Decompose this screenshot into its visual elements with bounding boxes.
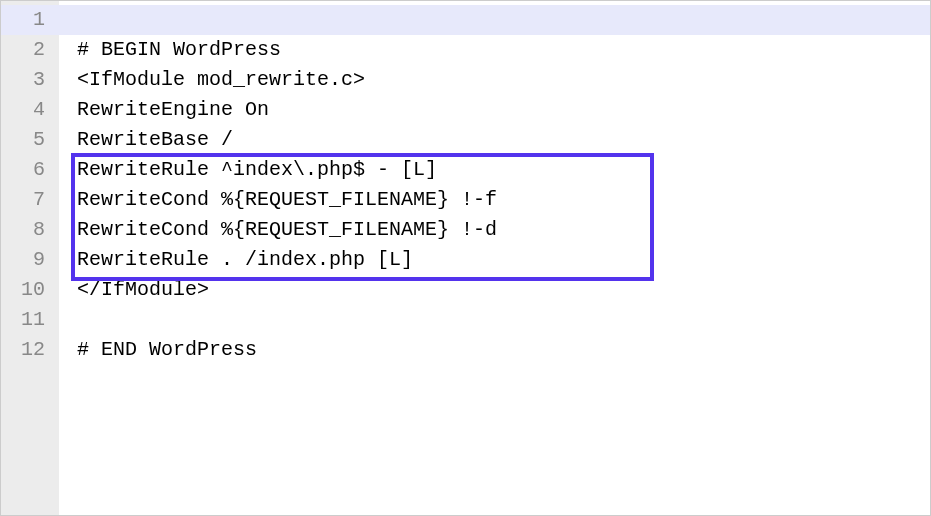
line-number: 5 <box>1 125 59 155</box>
line-number: 6 <box>1 155 59 185</box>
line-number-gutter: 1 2 3 4 5 6 7 8 9 10 11 12 <box>1 1 59 515</box>
code-line[interactable]: </IfModule> <box>77 275 930 305</box>
code-line[interactable]: # END WordPress <box>77 335 930 365</box>
line-number: 4 <box>1 95 59 125</box>
code-line[interactable]: <IfModule mod_rewrite.c> <box>77 65 930 95</box>
line-number: 1 <box>1 5 59 35</box>
line-number: 9 <box>1 245 59 275</box>
code-area[interactable]: # BEGIN WordPress <IfModule mod_rewrite.… <box>59 1 930 515</box>
line-number: 12 <box>1 335 59 365</box>
code-line[interactable]: RewriteCond %{REQUEST_FILENAME} !-d <box>77 215 930 245</box>
code-line[interactable] <box>77 305 930 335</box>
line-number: 7 <box>1 185 59 215</box>
code-line[interactable]: RewriteRule ^index\.php$ - [L] <box>77 155 930 185</box>
code-line[interactable] <box>77 5 930 35</box>
line-number: 10 <box>1 275 59 305</box>
code-editor: 1 2 3 4 5 6 7 8 9 10 11 12 # BEGIN WordP… <box>1 1 930 515</box>
code-line[interactable]: RewriteEngine On <box>77 95 930 125</box>
code-line[interactable]: RewriteCond %{REQUEST_FILENAME} !-f <box>77 185 930 215</box>
line-number: 2 <box>1 35 59 65</box>
code-line[interactable]: RewriteBase / <box>77 125 930 155</box>
line-number: 8 <box>1 215 59 245</box>
line-number: 3 <box>1 65 59 95</box>
code-line[interactable]: RewriteRule . /index.php [L] <box>77 245 930 275</box>
line-number: 11 <box>1 305 59 335</box>
code-line[interactable]: # BEGIN WordPress <box>77 35 930 65</box>
